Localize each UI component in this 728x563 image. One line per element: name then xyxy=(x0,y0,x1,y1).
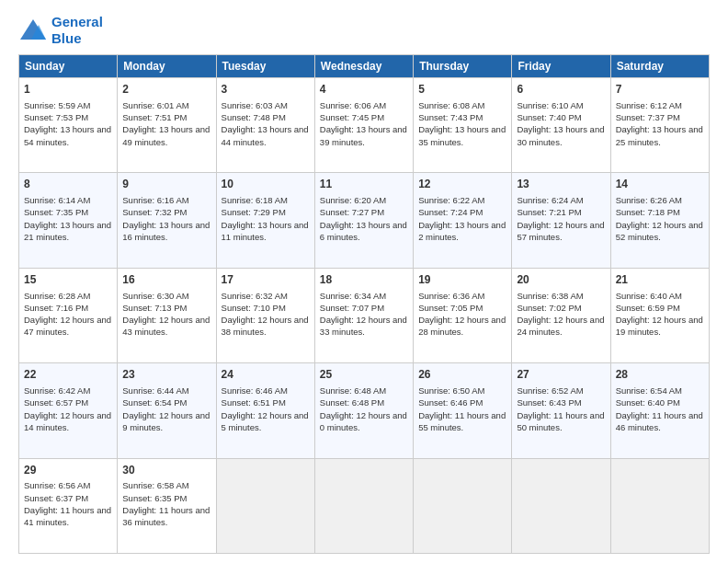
sunrise: Sunrise: 6:52 AM xyxy=(517,385,583,396)
sunset: Sunset: 7:45 PM xyxy=(320,112,384,122)
sunset: Sunset: 6:59 PM xyxy=(616,303,680,313)
day-number: 23 xyxy=(122,367,210,383)
sunrise: Sunrise: 6:34 AM xyxy=(320,291,386,301)
day-cell: 17Sunrise: 6:32 AMSunset: 7:10 PMDayligh… xyxy=(216,268,314,362)
day-number: 30 xyxy=(122,463,210,478)
daylight: Daylight: 12 hours and 28 minutes. xyxy=(418,315,506,337)
day-cell: 10Sunrise: 6:18 AMSunset: 7:29 PMDayligh… xyxy=(216,173,314,268)
day-cell: 16Sunrise: 6:30 AMSunset: 7:13 PMDayligh… xyxy=(118,268,216,362)
day-cell: 14Sunrise: 6:26 AMSunset: 7:18 PMDayligh… xyxy=(610,173,709,268)
day-number: 3 xyxy=(222,82,310,98)
sunset: Sunset: 7:10 PM xyxy=(222,303,286,313)
sunrise: Sunrise: 6:03 AM xyxy=(222,100,288,110)
day-cell xyxy=(216,458,314,553)
week-row-4: 29Sunrise: 6:56 AMSunset: 6:37 PMDayligh… xyxy=(19,458,710,553)
sunset: Sunset: 6:43 PM xyxy=(517,397,581,408)
day-number: 8 xyxy=(24,177,112,192)
day-number: 19 xyxy=(418,272,506,288)
daylight: Daylight: 13 hours and 49 minutes. xyxy=(122,124,210,146)
daylight: Daylight: 12 hours and 14 minutes. xyxy=(24,410,111,432)
daylight: Daylight: 11 hours and 50 minutes. xyxy=(517,410,604,432)
daylight: Daylight: 13 hours and 54 minutes. xyxy=(24,124,111,146)
sunset: Sunset: 7:37 PM xyxy=(616,112,680,122)
sunrise: Sunrise: 6:08 AM xyxy=(418,100,484,110)
day-cell: 2Sunrise: 6:01 AMSunset: 7:51 PMDaylight… xyxy=(118,78,216,173)
day-number: 24 xyxy=(222,367,310,383)
col-header-friday: Friday xyxy=(512,55,610,78)
col-header-thursday: Thursday xyxy=(414,55,512,78)
daylight: Daylight: 13 hours and 11 minutes. xyxy=(222,220,309,242)
week-row-3: 22Sunrise: 6:42 AMSunset: 6:57 PMDayligh… xyxy=(19,363,710,458)
week-row-1: 8Sunrise: 6:14 AMSunset: 7:35 PMDaylight… xyxy=(19,173,710,268)
sunset: Sunset: 7:32 PM xyxy=(122,207,187,217)
sunrise: Sunrise: 6:24 AM xyxy=(517,195,583,205)
daylight: Daylight: 13 hours and 21 minutes. xyxy=(24,220,111,242)
sunrise: Sunrise: 6:54 AM xyxy=(616,385,682,396)
sunrise: Sunrise: 6:42 AM xyxy=(24,385,90,396)
daylight: Daylight: 12 hours and 38 minutes. xyxy=(222,315,309,337)
day-number: 13 xyxy=(517,177,605,192)
daylight: Daylight: 12 hours and 57 minutes. xyxy=(517,220,604,242)
logo-blue: Blue xyxy=(51,30,103,47)
logo-text: General Blue xyxy=(51,14,103,47)
day-cell: 23Sunrise: 6:44 AMSunset: 6:54 PMDayligh… xyxy=(118,363,216,458)
day-number: 2 xyxy=(122,82,210,98)
day-cell: 9Sunrise: 6:16 AMSunset: 7:32 PMDaylight… xyxy=(118,173,216,268)
daylight: Daylight: 13 hours and 6 minutes. xyxy=(320,220,407,242)
daylight: Daylight: 12 hours and 52 minutes. xyxy=(616,220,703,242)
day-number: 5 xyxy=(418,82,506,98)
sunrise: Sunrise: 6:40 AM xyxy=(616,291,682,301)
sunset: Sunset: 7:24 PM xyxy=(418,207,483,217)
day-number: 12 xyxy=(418,177,506,192)
calendar-body: 1Sunrise: 5:59 AMSunset: 7:53 PMDaylight… xyxy=(19,78,710,554)
day-number: 28 xyxy=(616,367,704,383)
day-cell: 26Sunrise: 6:50 AMSunset: 6:46 PMDayligh… xyxy=(414,363,512,458)
day-cell: 27Sunrise: 6:52 AMSunset: 6:43 PMDayligh… xyxy=(512,363,610,458)
daylight: Daylight: 12 hours and 19 minutes. xyxy=(616,315,703,337)
daylight: Daylight: 13 hours and 44 minutes. xyxy=(222,124,309,146)
sunset: Sunset: 7:40 PM xyxy=(517,112,581,122)
daylight: Daylight: 12 hours and 5 minutes. xyxy=(222,410,309,432)
sunset: Sunset: 6:46 PM xyxy=(418,397,483,408)
sunset: Sunset: 7:53 PM xyxy=(24,112,88,122)
day-number: 27 xyxy=(517,367,605,383)
sunrise: Sunrise: 6:44 AM xyxy=(122,385,188,396)
day-cell: 29Sunrise: 6:56 AMSunset: 6:37 PMDayligh… xyxy=(19,458,118,553)
sunset: Sunset: 6:37 PM xyxy=(24,493,88,503)
calendar-table: SundayMondayTuesdayWednesdayThursdayFrid… xyxy=(18,54,710,554)
day-cell: 1Sunrise: 5:59 AMSunset: 7:53 PMDaylight… xyxy=(19,78,118,173)
daylight: Daylight: 13 hours and 25 minutes. xyxy=(616,124,703,146)
col-header-monday: Monday xyxy=(118,55,216,78)
day-number: 17 xyxy=(222,272,310,288)
page: General Blue SundayMondayTuesdayWednesda… xyxy=(0,0,728,563)
sunrise: Sunrise: 6:46 AM xyxy=(222,385,288,396)
sunset: Sunset: 6:54 PM xyxy=(122,397,187,408)
daylight: Daylight: 11 hours and 46 minutes. xyxy=(616,410,703,432)
sunrise: Sunrise: 6:22 AM xyxy=(418,195,484,205)
day-number: 20 xyxy=(517,272,605,288)
day-number: 14 xyxy=(616,177,704,192)
day-cell: 15Sunrise: 6:28 AMSunset: 7:16 PMDayligh… xyxy=(19,268,118,362)
sunset: Sunset: 7:35 PM xyxy=(24,207,88,217)
day-cell: 19Sunrise: 6:36 AMSunset: 7:05 PMDayligh… xyxy=(414,268,512,362)
day-number: 25 xyxy=(320,367,408,383)
sunset: Sunset: 7:18 PM xyxy=(616,207,680,217)
col-header-saturday: Saturday xyxy=(610,55,709,78)
daylight: Daylight: 13 hours and 35 minutes. xyxy=(418,124,506,146)
sunset: Sunset: 7:51 PM xyxy=(122,112,187,122)
sunset: Sunset: 7:02 PM xyxy=(517,303,581,313)
day-cell xyxy=(414,458,512,553)
sunset: Sunset: 7:29 PM xyxy=(222,207,286,217)
day-number: 16 xyxy=(122,272,210,288)
day-cell: 6Sunrise: 6:10 AMSunset: 7:40 PMDaylight… xyxy=(512,78,610,173)
sunrise: Sunrise: 6:26 AM xyxy=(616,195,682,205)
daylight: Daylight: 13 hours and 30 minutes. xyxy=(517,124,604,146)
day-cell: 13Sunrise: 6:24 AMSunset: 7:21 PMDayligh… xyxy=(512,173,610,268)
sunset: Sunset: 6:48 PM xyxy=(320,397,384,408)
day-number: 29 xyxy=(24,463,112,478)
day-cell: 25Sunrise: 6:48 AMSunset: 6:48 PMDayligh… xyxy=(314,363,413,458)
daylight: Daylight: 12 hours and 43 minutes. xyxy=(122,315,210,337)
sunrise: Sunrise: 6:30 AM xyxy=(122,291,188,301)
daylight: Daylight: 13 hours and 16 minutes. xyxy=(122,220,210,242)
daylight: Daylight: 12 hours and 24 minutes. xyxy=(517,315,604,337)
